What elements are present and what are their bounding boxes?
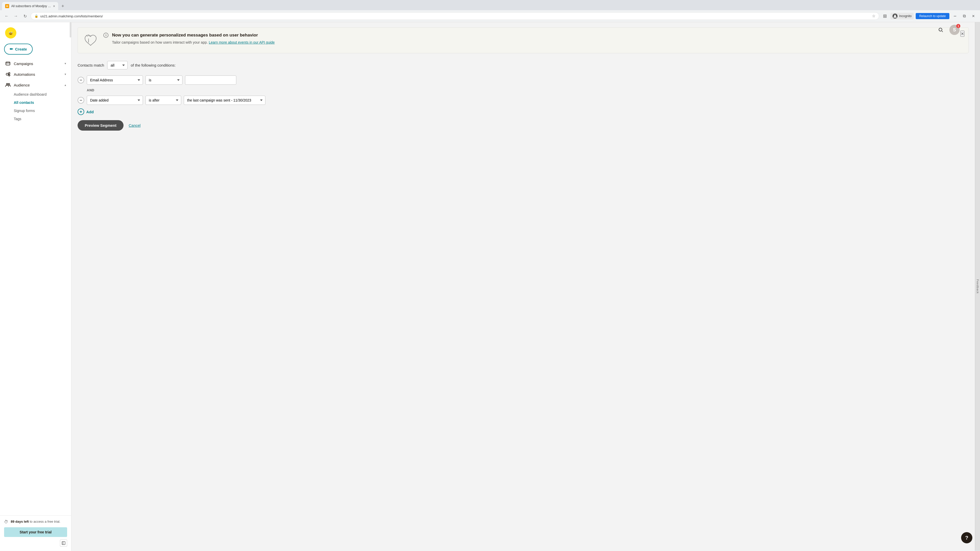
feedback-bar[interactable]: Feedback: [975, 22, 980, 551]
sidebar-item-automations[interactable]: Automations ▾: [0, 69, 71, 79]
sidebar-item-all-contacts[interactable]: All contacts: [0, 98, 71, 106]
contacts-match-label: Contacts match: [78, 63, 104, 67]
field-select-1[interactable]: Email Address Date added First name Last…: [87, 76, 143, 85]
trial-days-count: 89 days left: [11, 519, 29, 524]
automations-label: Automations: [14, 72, 35, 76]
audience-chevron: ▴: [65, 83, 66, 87]
svg-point-12: [8, 83, 10, 85]
help-button[interactable]: ?: [961, 532, 972, 543]
notification-badge: 1: [956, 24, 960, 28]
close-window-button[interactable]: ×: [970, 13, 977, 20]
sidebar-item-campaigns[interactable]: Campaigns ▾: [0, 58, 71, 69]
nav-section: Campaigns ▾ Automations ▾ Audience ▴ Aud…: [0, 57, 71, 124]
sidebar-toggle-icon[interactable]: [60, 540, 67, 547]
action-row: Preview Segment Cancel: [78, 120, 969, 130]
banner-content: ℹ Now you can generate personalized mess…: [103, 33, 963, 45]
add-circle-icon: +: [78, 108, 84, 115]
search-button[interactable]: [935, 25, 946, 35]
audience-icon: [5, 82, 11, 88]
refresh-button[interactable]: ↻: [21, 13, 29, 20]
clock-icon: ⏱: [4, 519, 8, 524]
preview-segment-button[interactable]: Preview Segment: [78, 120, 124, 130]
campaigns-label: Campaigns: [14, 62, 33, 66]
svg-point-9: [8, 73, 10, 74]
start-trial-button[interactable]: Start your free trial: [4, 527, 67, 537]
sidebar-item-audience[interactable]: Audience ▴: [0, 79, 71, 90]
banner-body: Tailor campaigns based on how users inte…: [112, 40, 275, 45]
tab-bar: M All subscribers of Moodjoy | Ma... × +: [0, 0, 980, 10]
create-label: Create: [15, 47, 27, 51]
banner-close-button[interactable]: ×: [960, 30, 964, 37]
field-select-2[interactable]: Date added Email Address: [87, 96, 143, 105]
remove-condition-1-button[interactable]: −: [78, 77, 84, 83]
bookmark-icon[interactable]: ☆: [872, 14, 875, 18]
lock-icon: 🔒: [35, 14, 38, 18]
value-select-2[interactable]: the last campaign was sent - 11/30/2023: [184, 96, 266, 105]
header-actions: S 1: [935, 25, 959, 35]
tab-close-button[interactable]: ×: [53, 4, 55, 8]
incognito-label: Incognito: [899, 14, 912, 18]
operator-select-2[interactable]: is after is before is: [145, 96, 181, 105]
filter-section: Contacts match all any of the following …: [72, 59, 975, 137]
svg-rect-13: [62, 541, 65, 545]
help-icon: ?: [965, 535, 968, 541]
svg-point-6: [11, 32, 12, 33]
cancel-button[interactable]: Cancel: [129, 123, 141, 127]
sidebar-item-signup-forms[interactable]: Signup forms: [0, 106, 71, 115]
trial-text: 89 days left to access a free trial.: [11, 519, 60, 524]
sidebar-item-tags[interactable]: Tags: [0, 115, 71, 123]
operator-select-1[interactable]: is is not contains does not contain: [145, 76, 183, 85]
extensions-icon[interactable]: ⊞: [881, 13, 888, 20]
banner-link[interactable]: Learn more about events in our API guide: [209, 40, 275, 44]
app-logo[interactable]: [5, 27, 16, 38]
create-button[interactable]: ✏ Create: [4, 44, 33, 55]
banner-info-icon: ℹ: [103, 33, 108, 38]
sidebar-item-audience-dashboard[interactable]: Audience dashboard: [0, 90, 71, 98]
svg-point-14: [939, 28, 942, 31]
forward-button[interactable]: →: [12, 13, 19, 20]
sidebar-scroll: ✏ Create Campaigns ▾ Automations ▾ Audie…: [0, 22, 71, 515]
restore-button[interactable]: ⧉: [961, 13, 968, 20]
tab-favicon: M: [5, 4, 9, 8]
add-label: Add: [86, 110, 94, 114]
tab-title: All subscribers of Moodjoy | Ma...: [11, 4, 51, 8]
remove-condition-2-button[interactable]: −: [78, 97, 84, 103]
trial-info: ⏱ 89 days left to access a free trial.: [4, 519, 67, 524]
relaunch-button[interactable]: Relaunch to update: [916, 13, 950, 19]
new-tab-button[interactable]: +: [59, 3, 66, 10]
feedback-label: Feedback: [976, 279, 979, 294]
of-following-label: of the following conditions:: [130, 63, 176, 67]
and-label: AND: [87, 88, 969, 92]
svg-point-8: [6, 73, 8, 75]
contacts-match-row: Contacts match all any of the following …: [78, 61, 969, 69]
sidebar: ✏ Create Campaigns ▾ Automations ▾ Audie…: [0, 22, 72, 551]
banner-title: Now you can generate personalized messag…: [112, 33, 275, 38]
campaigns-chevron: ▾: [65, 62, 66, 65]
incognito-badge[interactable]: Incognito: [891, 13, 914, 19]
banner-body-text: Tailor campaigns based on how users inte…: [112, 40, 209, 44]
user-avatar[interactable]: S 1: [950, 25, 959, 35]
notification-banner: ℹ Now you can generate personalized mess…: [78, 27, 969, 53]
main-content: S 1 ℹ Now you can gen: [72, 22, 975, 551]
add-condition-row[interactable]: + Add: [78, 108, 969, 115]
trial-desc: to access a free trial.: [30, 519, 60, 524]
condition-row-1: − Email Address Date added First name La…: [78, 76, 969, 85]
pencil-icon: ✏: [10, 47, 13, 52]
automations-icon: [5, 71, 11, 77]
svg-point-5: [10, 32, 10, 33]
active-tab[interactable]: M All subscribers of Moodjoy | Ma... ×: [2, 2, 58, 10]
sidebar-scrollbar[interactable]: [70, 22, 71, 38]
app-layout: ✏ Create Campaigns ▾ Automations ▾ Audie…: [0, 22, 980, 551]
campaigns-icon: [5, 61, 11, 66]
value-input-1[interactable]: [185, 76, 236, 85]
incognito-icon: [892, 14, 897, 19]
minimize-button[interactable]: −: [951, 13, 959, 20]
svg-point-11: [6, 83, 8, 85]
back-button[interactable]: ←: [3, 13, 10, 20]
address-bar[interactable]: 🔒 us21.admin.mailchimp.com/lists/members…: [30, 12, 879, 20]
match-select[interactable]: all any: [107, 61, 127, 69]
browser-nav-bar: ← → ↻ 🔒 us21.admin.mailchimp.com/lists/m…: [0, 10, 980, 22]
sidebar-bottom: ⏱ 89 days left to access a free trial. S…: [0, 515, 71, 551]
condition-row-2: − Date added Email Address is after is b…: [78, 96, 969, 105]
logo-area: [0, 22, 71, 41]
